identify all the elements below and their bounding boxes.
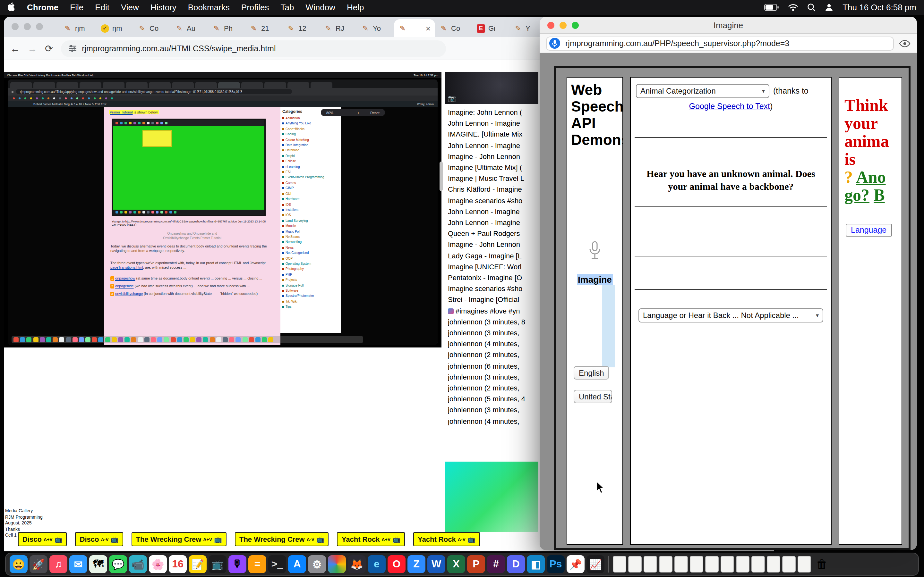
zoom-window-icon[interactable]	[36, 23, 43, 30]
media-thumbnail[interactable]: 📷	[445, 72, 538, 104]
spotlight-search-icon[interactable]	[807, 3, 816, 11]
back-icon[interactable]: ←	[10, 43, 20, 54]
video-list-item[interactable]: Imagine [Ultimate Mix] (	[448, 162, 536, 173]
browser-tab[interactable]: ✎Co	[134, 19, 171, 37]
menu-item-bookmarks[interactable]: Bookmarks	[188, 3, 230, 12]
zoom-in-button[interactable]: +	[357, 111, 359, 114]
video-list-item[interactable]: Chris Kläfford - Imagine	[448, 184, 536, 195]
video-list-item[interactable]: Imagine [UNICEF: Worl	[448, 261, 536, 272]
minimize-window-icon[interactable]	[559, 22, 567, 29]
dock-window-thumb[interactable]	[782, 556, 796, 572]
dock-icon-discord[interactable]: D	[507, 555, 525, 573]
embedded-screenshot[interactable]: Chrome File Edit View History Bookmarks …	[4, 72, 441, 348]
media-button-yacht-rock-av[interactable]: Yacht RockA-V📺	[413, 532, 480, 546]
dock-icon-photoshop[interactable]: Ps	[547, 555, 565, 573]
event-link[interactable]: onpageshow	[115, 276, 135, 280]
category-link[interactable]: Signage Poll	[282, 282, 339, 288]
media-button-the-wrecking-crew-av[interactable]: The Wrecking CrewA-V📺	[235, 532, 329, 546]
dock-icon-stocks[interactable]: 📈	[586, 555, 604, 573]
microphone-icon[interactable]	[567, 241, 622, 260]
dock-window-thumb[interactable]	[659, 556, 672, 572]
browser-tab[interactable]: ✎12	[282, 19, 320, 37]
category-link[interactable]: Data Integration	[282, 142, 339, 148]
dock-icon-vscode[interactable]: ◧	[527, 555, 545, 573]
video-list-item[interactable]: John Lennon - Imagine	[448, 140, 536, 151]
browser-tab[interactable]: ✓rjm	[96, 19, 134, 37]
dock-window-thumb[interactable]	[767, 556, 780, 572]
dock-icon-messages[interactable]: 💬	[109, 555, 127, 573]
category-link[interactable]: Hardware	[282, 196, 339, 201]
video-list-item[interactable]: johnlennon (3 minutes,	[448, 327, 536, 338]
forward-icon[interactable]: →	[27, 43, 37, 54]
dock-icon-maps[interactable]: 🗺	[89, 555, 107, 573]
reload-icon[interactable]: ⟳	[45, 43, 53, 54]
dock-window-thumb[interactable]	[736, 556, 750, 572]
video-list-item[interactable]: johnlennon (3 minutes,	[448, 372, 536, 383]
video-list-item[interactable]: johnlennon (2 minutes,	[448, 350, 536, 361]
video-list-item[interactable]: Pentatonix - Imagine [O	[448, 272, 536, 284]
video-list-item[interactable]: Imagine: John Lennon (	[448, 107, 536, 118]
menu-item-history[interactable]: History	[150, 3, 176, 12]
category-link[interactable]: iOS	[282, 213, 339, 218]
menu-item-tab[interactable]: Tab	[281, 3, 294, 12]
media-button-disco-av[interactable]: DiscoA-V📺	[75, 532, 123, 546]
category-link[interactable]: Colour Matching	[282, 137, 339, 142]
category-link[interactable]: Moodle	[282, 223, 339, 229]
category-link[interactable]: Operating System	[282, 261, 339, 266]
minimize-window-icon[interactable]	[24, 23, 31, 30]
video-list-item[interactable]: Imagine | Music Travel L	[448, 173, 536, 184]
dock-icon-opera[interactable]: O	[388, 555, 405, 573]
video-list-item[interactable]: John Lennon - Imagine	[448, 118, 536, 129]
video-list-item[interactable]: John Lennon - Imagine	[448, 218, 536, 228]
video-list-item[interactable]: Imagine scenarios #sho	[448, 195, 536, 206]
category-link[interactable]: Projects	[282, 277, 339, 282]
dock-window-thumb[interactable]	[798, 556, 811, 572]
dock-window-thumb[interactable]	[705, 556, 719, 572]
video-list-item[interactable]: johnlennon (3 minutes, 8	[448, 317, 536, 327]
zoom-reset-button[interactable]: Reset	[370, 111, 380, 114]
microphone-badge-icon[interactable]	[549, 38, 560, 49]
language-button[interactable]: English	[573, 366, 609, 380]
battery-icon[interactable]	[764, 4, 779, 11]
category-link[interactable]: OOP	[282, 255, 339, 261]
category-link[interactable]: Music Poll	[282, 229, 339, 234]
event-link[interactable]: onvisibilitychange	[115, 292, 143, 295]
back-link[interactable]: B	[874, 186, 885, 205]
category-link[interactable]: IDE	[282, 201, 339, 207]
dock-icon-firefox[interactable]: 🦊	[348, 555, 366, 573]
teal-media-block[interactable]	[445, 462, 538, 532]
scrollbar-thumb[interactable]	[439, 161, 443, 191]
video-list-item[interactable]: johnlennon (4 minutes,	[448, 416, 536, 427]
dock-icon-terminal[interactable]: >_	[268, 555, 286, 573]
video-list-item[interactable]: Imagine - John Lennon	[448, 239, 536, 250]
category-link[interactable]: Coding	[282, 131, 339, 137]
dock-window-thumb[interactable]	[613, 556, 626, 572]
control-center-icon[interactable]	[825, 3, 834, 11]
category-link[interactable]: eLearning	[282, 164, 339, 169]
video-list-item[interactable]: johnlennon (3 minutes,	[448, 405, 536, 416]
category-link[interactable]: Spectro/Photometer	[282, 293, 339, 299]
media-button-the-wrecking-crew-aplusv[interactable]: The Wrecking CrewA+V📺	[132, 532, 226, 546]
category-link[interactable]: Installers	[282, 207, 339, 213]
dock-window-thumb[interactable]	[751, 556, 765, 572]
zoom-out-button[interactable]: −	[344, 111, 346, 114]
video-list-item[interactable]: #imagines #love #yn	[448, 306, 536, 316]
dock-window-thumb[interactable]	[644, 556, 657, 572]
browser-tab[interactable]: ✎Au	[171, 19, 208, 37]
dock-icon-tv[interactable]: 📺	[208, 555, 226, 573]
video-list-item[interactable]: Strei - Imagine [Official	[448, 295, 536, 306]
dock-icon-settings[interactable]: ⚙	[308, 555, 326, 573]
video-list-item[interactable]: johnlennon (2 minutes,	[448, 383, 536, 394]
video-list-item[interactable]: johnlennon (6 minutes,	[448, 361, 536, 372]
category-link[interactable]: Software	[282, 288, 339, 293]
menu-item-view[interactable]: View	[121, 3, 139, 12]
video-list-item[interactable]: IMAGINE. [Ultimate Mix	[448, 129, 536, 140]
browser-tab[interactable]: ✎×	[394, 19, 435, 37]
event-link[interactable]: onpagehide	[115, 284, 134, 288]
blog-media-image[interactable]	[111, 119, 266, 216]
page-transitions-link[interactable]: pageTransitions.html	[110, 266, 143, 269]
dock-icon-music[interactable]: ♫	[49, 555, 67, 573]
dock-icon-podcasts[interactable]: 🎙	[228, 555, 246, 573]
category-link[interactable]: Eclipse	[282, 159, 339, 164]
imagine-address-field[interactable]: rjmprogramming.com.au/PHP/speech_supervi…	[546, 36, 894, 50]
